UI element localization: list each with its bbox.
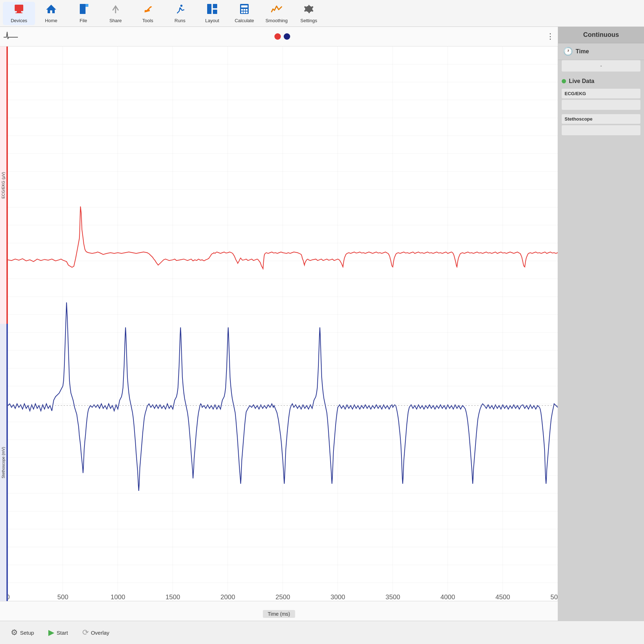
toolbar-smoothing[interactable]: Smoothing <box>260 2 293 25</box>
overlay-icon: ⟳ <box>82 628 89 637</box>
toolbar-tools[interactable]: Tools <box>132 2 164 25</box>
setup-label: Setup <box>20 630 34 636</box>
svg-text:2000: 2000 <box>220 594 235 601</box>
main-content: ⋮ ECG/EKG (µV) Stethoscope (mV) <box>0 27 644 621</box>
clock-icon: 🕐 <box>563 47 573 56</box>
live-data-section: Live Data <box>558 75 644 87</box>
start-label: Start <box>57 630 68 636</box>
calculate-icon <box>239 3 250 17</box>
svg-text:2500: 2500 <box>275 594 290 601</box>
continuous-header: Continuous <box>558 27 644 43</box>
ecg-sensor-value <box>562 100 640 110</box>
smoothing-label: Smoothing <box>265 18 288 23</box>
svg-text:4000: 4000 <box>440 594 455 601</box>
time-section: 🕐 Time <box>558 43 644 60</box>
start-icon: ▶ <box>48 628 54 637</box>
steth-axis-label: Stethoscope (mV) <box>0 324 8 601</box>
setup-button[interactable]: ⚙ Setup <box>7 626 38 639</box>
svg-point-9 <box>180 5 182 7</box>
svg-text:0: 0 <box>8 594 10 601</box>
time-label: Time <box>576 48 589 55</box>
svg-rect-26 <box>8 47 558 601</box>
svg-text:5000: 5000 <box>550 594 558 601</box>
ecg-dot <box>274 33 281 40</box>
chart-header: ⋮ <box>0 27 558 47</box>
toolbar-home[interactable]: Home <box>35 2 67 25</box>
svg-rect-4 <box>80 4 86 14</box>
svg-text:3500: 3500 <box>385 594 400 601</box>
toolbar-layout[interactable]: Layout <box>196 2 228 25</box>
y-axis-rotated-labels: ECG/EKG (µV) Stethoscope (mV) <box>0 47 8 601</box>
tools-label: Tools <box>142 18 153 23</box>
ecg-wave-icon <box>4 30 18 43</box>
x-axis-label: Time (ms) <box>263 610 295 618</box>
devices-icon <box>13 3 25 17</box>
live-data-label: Live Data <box>569 78 594 84</box>
svg-text:1000: 1000 <box>111 594 125 601</box>
svg-rect-18 <box>241 11 243 13</box>
settings-label: Settings <box>301 18 317 23</box>
share-icon <box>110 3 121 17</box>
svg-rect-17 <box>246 9 248 11</box>
svg-rect-15 <box>241 9 243 11</box>
x-axis-container: Time (ms) <box>0 601 558 621</box>
ecg-axis-label: ECG/EKG (µV) <box>0 47 8 324</box>
ecg-sensor-label: ECG/EKG <box>562 89 640 98</box>
svg-marker-3 <box>46 5 56 13</box>
home-icon <box>45 3 57 17</box>
main-toolbar: Devices Home File Share Tools Runs Lay <box>0 0 644 27</box>
svg-text:1500: 1500 <box>166 594 180 601</box>
home-label: Home <box>45 18 58 23</box>
chart-wrapper: ECG/EKG (µV) Stethoscope (mV) <box>0 47 558 601</box>
file-label: File <box>80 18 87 23</box>
overlay-button[interactable]: ⟳ Overlay <box>79 626 113 639</box>
start-button[interactable]: ▶ Start <box>45 626 72 639</box>
toolbar-file[interactable]: File <box>67 2 99 25</box>
svg-rect-20 <box>246 11 248 13</box>
svg-text:500: 500 <box>57 594 68 601</box>
svg-text:3000: 3000 <box>331 594 345 601</box>
share-label: Share <box>109 18 122 23</box>
time-value: - <box>562 60 640 72</box>
chart-dots <box>274 33 290 40</box>
svg-rect-6 <box>86 4 88 7</box>
toolbar-calculate[interactable]: Calculate <box>228 2 260 25</box>
tools-icon <box>142 3 153 17</box>
chart-svg: 4000 3800 3600 3400 3200 3000 2800 2600 … <box>8 47 558 601</box>
svg-rect-2 <box>15 13 23 13</box>
svg-rect-14 <box>241 5 248 8</box>
live-indicator <box>562 79 566 83</box>
overlay-label: Overlay <box>91 630 109 636</box>
svg-rect-19 <box>244 11 245 13</box>
svg-rect-1 <box>17 11 21 13</box>
calculate-label: Calculate <box>235 18 254 23</box>
layout-icon <box>206 3 218 17</box>
runs-icon <box>174 3 186 17</box>
toolbar-runs[interactable]: Runs <box>164 2 196 25</box>
steth-sensor-label: Stethoscope <box>562 114 640 124</box>
svg-rect-10 <box>207 4 211 14</box>
smoothing-icon <box>271 3 282 17</box>
svg-rect-12 <box>213 10 217 14</box>
svg-rect-11 <box>213 4 217 8</box>
right-panel: Continuous 🕐 Time - Live Data ECG/EKG St… <box>558 27 644 621</box>
layout-label: Layout <box>205 18 219 23</box>
toolbar-share[interactable]: Share <box>99 2 132 25</box>
steth-sensor-value <box>562 125 640 135</box>
svg-rect-0 <box>15 5 23 11</box>
svg-point-8 <box>145 10 147 12</box>
svg-text:4500: 4500 <box>496 594 510 601</box>
file-icon <box>78 3 89 17</box>
settings-icon <box>303 3 314 17</box>
toolbar-devices[interactable]: Devices <box>3 2 35 25</box>
toolbar-settings[interactable]: Settings <box>293 2 325 25</box>
bottom-toolbar: ⚙ Setup ▶ Start ⟳ Overlay <box>0 621 644 644</box>
chart-menu-button[interactable]: ⋮ <box>546 32 554 41</box>
runs-label: Runs <box>175 18 185 23</box>
setup-icon: ⚙ <box>11 628 18 637</box>
steth-dot <box>284 33 290 40</box>
devices-label: Devices <box>11 18 27 23</box>
svg-rect-16 <box>244 9 245 11</box>
chart-container: ⋮ ECG/EKG (µV) Stethoscope (mV) <box>0 27 558 621</box>
